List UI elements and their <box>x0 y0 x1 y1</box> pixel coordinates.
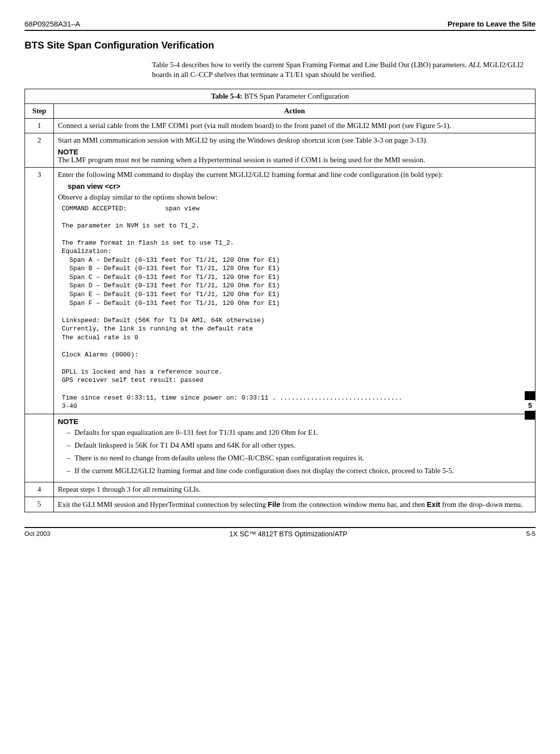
table-caption-rest: BTS Span Parameter Configuration <box>242 92 349 100</box>
footer-date: Oct 2003 <box>25 530 51 538</box>
chapter-side-tab: 5 <box>525 391 535 421</box>
table-row: 2 Start an MMI communication session wit… <box>25 133 535 167</box>
step-action: Repeat steps 1 through 3 for all remaini… <box>54 482 535 497</box>
side-tab-block <box>525 411 535 420</box>
mmi-command: span view <cr> <box>68 182 531 190</box>
table-caption-row: Table 5-4: BTS Span Parameter Configurat… <box>25 89 535 103</box>
col-step: Step <box>25 103 54 118</box>
step-number: 3 <box>25 167 54 414</box>
step5-text2: from the connection window menu bar, and… <box>280 501 427 508</box>
page-header: 68P09258A31–A Prepare to Leave the Site <box>25 20 535 31</box>
step-number: 4 <box>25 482 54 497</box>
note-item: Defaults for span equalization are 0–131… <box>67 427 531 437</box>
table-caption: Table 5-4: BTS Span Parameter Configurat… <box>25 89 535 103</box>
section-heading: BTS Site Span Configuration Verification <box>25 40 535 51</box>
note-list: Defaults for span equalization are 0–131… <box>58 427 531 476</box>
footer-title: 1X SC™ 4812T BTS Optimization/ATP <box>229 530 348 538</box>
table-row: 5 Exit the GLI MMI session and HyperTerm… <box>25 497 535 512</box>
step-number: 1 <box>25 118 54 133</box>
note-item: If the current MGLI2/GLI2 framing format… <box>67 466 531 476</box>
table-row: 1 Connect a serial cable from the LMF CO… <box>25 118 535 133</box>
span-config-table: Table 5-4: BTS Span Parameter Configurat… <box>25 89 535 512</box>
intro-text-a: Table 5-4 describes how to verify the cu… <box>152 61 468 69</box>
col-action: Action <box>54 103 535 118</box>
menu-exit: Exit <box>427 500 440 508</box>
step-action: Start an MMI communication session with … <box>54 133 535 167</box>
table-row: 4 Repeat steps 1 through 3 for all remai… <box>25 482 535 497</box>
note-item: There is no need to change from defaults… <box>67 453 531 463</box>
table-row: NOTE Defaults for span equalization are … <box>25 414 535 482</box>
table-header-row: Step Action <box>25 103 535 118</box>
step-number-empty <box>25 414 54 482</box>
step5-text1: Exit the GLI MMI session and HyperTermin… <box>58 501 268 508</box>
step-action: Enter the following MMI command to displ… <box>54 167 535 414</box>
side-tab-number: 5 <box>525 401 535 410</box>
step5-text3: from the drop–down menu. <box>440 501 523 508</box>
step-action: Exit the GLI MMI session and HyperTermin… <box>54 497 535 512</box>
table-row: 3 Enter the following MMI command to dis… <box>25 167 535 414</box>
step-action: NOTE Defaults for span equalization are … <box>54 414 535 482</box>
note-text: The LMF program must not be running when… <box>58 156 531 164</box>
doc-id: 68P09258A31–A <box>25 20 80 28</box>
footer-page: 5-5 <box>526 530 535 538</box>
step-number: 2 <box>25 133 54 167</box>
terminal-output: COMMAND ACCEPTED: span view The paramete… <box>62 204 531 411</box>
menu-file: File <box>268 500 280 508</box>
page-footer: Oct 2003 1X SC™ 4812T BTS Optimization/A… <box>25 527 535 538</box>
step-action: Connect a serial cable from the LMF COM1… <box>54 118 535 133</box>
side-tab-block <box>525 391 535 400</box>
step-number: 5 <box>25 497 54 512</box>
intro-paragraph: Table 5-4 describes how to verify the cu… <box>152 60 535 80</box>
step2-text: Start an MMI communication session with … <box>58 136 531 145</box>
note-label: NOTE <box>58 148 531 156</box>
note-label: NOTE <box>58 417 531 426</box>
chapter-title: Prepare to Leave the Site <box>448 20 535 28</box>
step3-text2: Observe a display similar to the options… <box>58 193 531 201</box>
step3-text1: Enter the following MMI command to displ… <box>58 171 531 179</box>
note-item: Default linkspeed is 56K for T1 D4 AMI s… <box>67 440 531 450</box>
intro-all: ALL <box>468 61 481 69</box>
table-caption-strong: Table 5-4: <box>211 92 242 100</box>
